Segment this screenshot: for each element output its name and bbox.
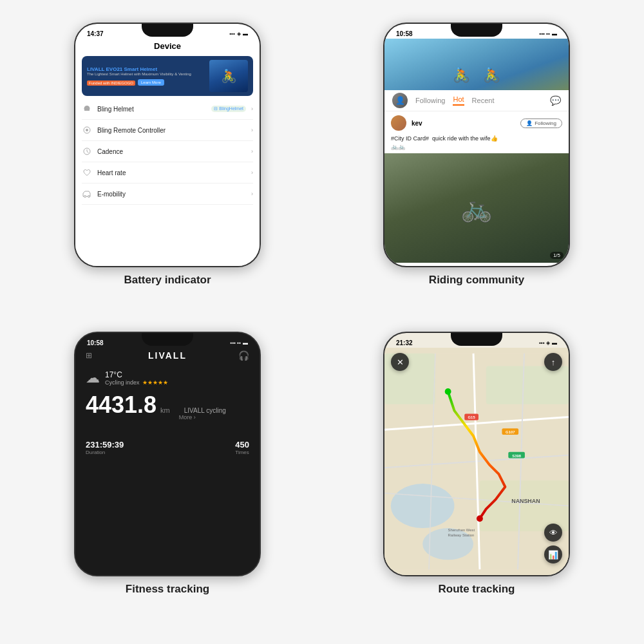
tab-recent[interactable]: Recent [472,97,495,104]
caption-route: Route tracking [438,583,515,596]
tab-hot[interactable]: Hot [453,95,464,106]
caption-community: Riding community [429,274,524,287]
phone-community: 10:58 ▪▪▪ ▪▪ ▬ 🚴 🚴 👤 [383,23,570,267]
image-counter: 1/5 [550,252,564,259]
close-icon: ✕ [397,357,404,367]
time-4: 21:32 [396,339,413,346]
menu-label-helmet: Bling Helmet [97,106,206,113]
menu-item-heartrate[interactable]: Heart rate › [82,162,253,184]
distance-unit: km [160,406,170,414]
weather-info: 17°C Cycling index ★★★★★ [105,370,168,386]
signal-icon-2: ▪▪▪ ▪▪ [540,31,550,37]
phone-battery: 14:37 ▪▪▪ ◈ ▬ Device LIVALL EVO21 Smart … [74,23,261,267]
livall-cycling-label: LIVALL cycling [184,407,226,414]
status-bar-1: 14:37 ▪▪▪ ◈ ▬ [75,26,260,39]
cycling-stars: ★★★★★ [142,379,168,386]
quadrant-fitness: 10:58 ▪▪▪ ▪▪ ▬ ⊞ LIVALL 🎧 ☁ 17°C [13,322,322,631]
person-icon: 👤 [526,120,533,126]
emobility-icon [82,189,92,199]
community-tabs: 👤 Following Hot Recent 💬 [384,90,569,111]
heart-icon [82,167,92,178]
chevron-cadence: › [251,148,253,155]
svg-point-2 [86,129,88,131]
menu-label-emobility: E-mobility [97,191,246,198]
share-button[interactable]: ↑ [544,353,562,371]
menu-item-remote[interactable]: Bling Remote Controller › [82,120,253,141]
map-svg: G15 G107 S398 NANSHAN Shenzhen West Rail… [384,348,569,575]
svg-line-5 [87,151,89,153]
battery-icon: ▬ [243,31,248,37]
svg-rect-13 [486,366,569,404]
cyclists-scene: 🚴 🚴 [384,39,569,90]
tab-following[interactable]: Following [415,97,445,104]
svg-text:Railway Station: Railway Station [448,533,475,537]
stat-times: 450 Times [235,440,249,455]
phone-frame-3: 10:58 ▪▪▪ ▪▪ ▬ ⊞ LIVALL 🎧 ☁ 17°C [74,332,261,576]
menu-item-helmet[interactable]: Bling Helmet ⊟ BlingHelmet › [82,99,253,120]
map-background: G15 G107 S398 NANSHAN Shenzhen West Rail… [384,348,569,575]
map-container: G15 G107 S398 NANSHAN Shenzhen West Rail… [384,348,569,575]
eye-button[interactable]: 👁 [544,524,562,542]
post-username: kev [412,120,515,127]
stat-duration: 231:59:39 Duration [86,440,124,455]
device-menu: Bling Helmet ⊟ BlingHelmet › Bling Remot… [75,99,260,266]
community-post: kev 👤 Following #City ID Card# quick rid… [384,111,569,266]
chevron-emobility: › [251,191,253,197]
chart-icon: 📊 [548,550,558,560]
banner-text: LIVALL EVO21 Smart Helmet The Lightest S… [87,66,205,86]
follow-button[interactable]: 👤 Following [520,118,562,128]
time-3: 10:58 [87,339,104,346]
banner-image: 🚴 [209,60,248,92]
menu-label-remote: Bling Remote Controller [97,127,246,134]
message-icon[interactable]: 💬 [550,95,561,106]
stats-row: 231:59:39 Duration 450 Times [86,440,249,455]
headphones-icon[interactable]: 🎧 [238,350,249,361]
tab-avatar: 👤 [392,93,408,108]
bike-photo: 🚲 [384,153,569,263]
fitness-content: ☁ 17°C Cycling index ★★★★★ 4431.8 k [75,363,260,575]
more-link[interactable]: More › [179,414,226,421]
quadrant-battery: 14:37 ▪▪▪ ◈ ▬ Device LIVALL EVO21 Smart … [13,13,322,322]
helmet-icon [82,104,92,114]
fitness-header: ⊞ LIVALL 🎧 [75,348,260,363]
banner: LIVALL EVO21 Smart Helmet The Lightest S… [82,56,253,96]
battery-icon-2: ▬ [552,31,557,37]
cyclist-2: 🚴 [483,67,500,84]
menu-label-heartrate: Heart rate [97,169,246,176]
indiegogo-badge: Funded with INDIEGOGO [87,80,135,86]
times-value: 450 [235,440,249,450]
caption-battery: Battery indicator [124,274,211,287]
svg-point-22 [477,515,483,522]
menu-item-cadence[interactable]: Cadence › [82,141,253,162]
distance-section: 4431.8 km LIVALL cycling More › [86,392,249,421]
battery-icon-3: ▬ [243,340,248,346]
post-header: kev 👤 Following [384,111,569,135]
phone-frame-1: 14:37 ▪▪▪ ◈ ▬ Device LIVALL EVO21 Smart … [74,23,261,267]
bike-icon: 🚲 [460,193,493,223]
svg-text:NANSHAN: NANSHAN [511,498,540,504]
cycling-index-label: Cycling index [105,379,140,386]
svg-text:G107: G107 [506,430,515,434]
status-icons-4: ▪▪▪ ◈ ▬ [539,340,557,346]
svg-point-6 [84,196,86,198]
battery-icon-4: ▬ [552,340,557,346]
device-header: Device [75,39,260,53]
chart-button[interactable]: 📊 [544,545,562,564]
phone-frame-2: 10:58 ▪▪▪ ▪▪ ▬ 🚴 🚴 👤 [383,23,570,267]
menu-item-emobility[interactable]: E-mobility › [82,184,253,205]
learn-more-btn[interactable]: Learn More [138,79,164,86]
time-2: 10:58 [396,30,413,37]
phone-route: 21:32 ▪▪▪ ◈ ▬ [383,332,570,576]
cyclist-1: 🚴 [453,67,470,84]
status-bar-4: 21:32 ▪▪▪ ◈ ▬ [384,336,569,348]
banner-subtitle: The Lightest Smart Helmet with Maximum V… [87,72,205,77]
caption-fitness: Fitness tracking [126,583,209,596]
screen-battery: 14:37 ▪▪▪ ◈ ▬ Device LIVALL EVO21 Smart … [75,24,260,266]
remote-icon [82,125,92,135]
temperature: 17°C [105,370,168,379]
quadrant-community: 10:58 ▪▪▪ ▪▪ ▬ 🚴 🚴 👤 [322,13,631,322]
menu-label-cadence: Cadence [97,148,246,155]
close-button[interactable]: ✕ [391,353,409,371]
gallery-icon[interactable]: ⊞ [86,351,92,360]
screen-community: 10:58 ▪▪▪ ▪▪ ▬ 🚴 🚴 👤 [384,24,569,266]
